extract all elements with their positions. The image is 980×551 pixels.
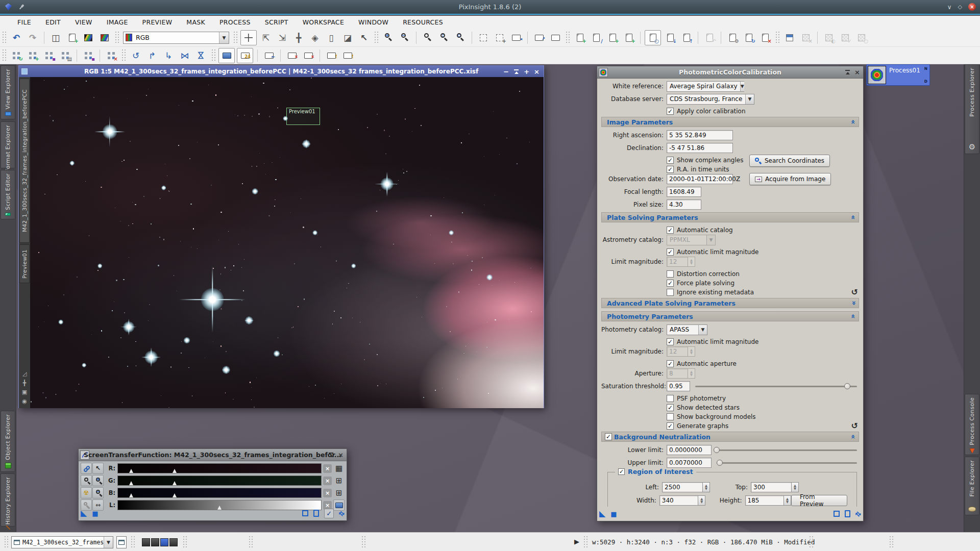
- close-pcc-icon[interactable]: ×: [854, 69, 860, 76]
- rename-view-icon[interactable]: ◫: [48, 31, 63, 44]
- channel-options-icon[interactable]: ▦: [333, 463, 345, 474]
- apply-color-calibration-checkbox[interactable]: ✓: [667, 108, 674, 115]
- reset-channel-icon[interactable]: ×: [323, 464, 332, 473]
- section-header-plate-solving-parameters[interactable]: Plate Solving Parameters«: [601, 212, 859, 222]
- section-header-photometry-parameters[interactable]: Photometry Parameters«: [601, 311, 859, 321]
- stf-gradient-r[interactable]: [117, 463, 322, 473]
- slider-knob[interactable]: [717, 460, 723, 466]
- reset-channel-icon[interactable]: ×: [323, 477, 332, 485]
- cursor-icon[interactable]: ↖: [92, 463, 104, 474]
- reset-channel-icon[interactable]: ×: [323, 489, 332, 497]
- dropdown-arrow-icon[interactable]: ▼: [219, 32, 229, 43]
- preview-rectangle[interactable]: Preview01: [286, 108, 320, 125]
- center-image-icon[interactable]: ◈: [307, 31, 323, 44]
- flip-vertical-icon[interactable]: ⋈: [194, 48, 208, 63]
- select-mode-icon[interactable]: ↖: [356, 31, 372, 44]
- screen-display-button[interactable]: [218, 48, 235, 63]
- new-preview-icon[interactable]: +: [64, 31, 80, 44]
- observation-date-input[interactable]: 2000-01-01T12:00:00Z: [667, 174, 733, 184]
- radiation-icon[interactable]: ☢: [81, 487, 92, 498]
- sidebar-tab-object-explorer[interactable]: Object Explorer: [1, 411, 15, 472]
- workspace-delete-icon[interactable]: ×: [104, 48, 119, 62]
- limit-magnitude-spinner[interactable]: ▲▼: [688, 257, 695, 267]
- preview-mask-icon[interactable]: ○: [854, 31, 869, 44]
- color-image-icon[interactable]: [81, 31, 96, 44]
- roi-width-input[interactable]: 340: [659, 495, 698, 506]
- channel-selector[interactable]: RGB ▼: [123, 32, 229, 44]
- workspace-button-1[interactable]: [142, 538, 150, 546]
- crosshair-overlay-icon[interactable]: ╋: [23, 380, 27, 386]
- from-preview-button[interactable]: From Preview: [791, 495, 847, 506]
- slider-knob[interactable]: [714, 447, 720, 453]
- reset-section-icon[interactable]: ↺: [851, 421, 858, 431]
- radiation-glyph[interactable]: ☢: [82, 488, 91, 497]
- automatic-catalog-checkbox[interactable]: ✓: [667, 227, 674, 234]
- automatic-limit-magnitude-checkbox[interactable]: ✓: [667, 248, 674, 256]
- right-ascension-input[interactable]: 5 35 52.849: [667, 130, 733, 140]
- stf-window[interactable]: ScreenTransferFunction: M42_1_300secs_32…: [78, 448, 347, 521]
- gray-image-icon[interactable]: [97, 31, 112, 44]
- sidebar-tab-script-editor[interactable]: Script Editor: [1, 170, 15, 219]
- database-server-select[interactable]: CDS Strasbourg, France▼: [667, 94, 754, 105]
- display-24bit-button-glyph[interactable]: 24: [238, 48, 252, 62]
- track-view-button[interactable]: [240, 30, 257, 45]
- undo-icon[interactable]: ↶: [9, 31, 24, 44]
- lower-limit-input[interactable]: 0.0000000: [667, 445, 712, 455]
- restore-window-icon[interactable]: ◇: [958, 4, 962, 10]
- close-image-icon[interactable]: ×: [534, 68, 540, 75]
- documentation-icon[interactable]: [313, 510, 319, 517]
- collapse-section-icon[interactable]: «: [849, 119, 857, 124]
- sidebar-tab-history-explorer[interactable]: History Explorer: [1, 473, 15, 527]
- workspace-button-2[interactable]: [151, 538, 159, 546]
- dropdown-arrow-icon[interactable]: ▼: [104, 537, 113, 548]
- stf-handle[interactable]: [173, 493, 177, 497]
- sidebar-tab-process-console[interactable]: Process Console▼: [965, 394, 979, 455]
- roi-left-spinner[interactable]: ▲▼: [702, 482, 710, 492]
- new-image-window-icon[interactable]: ▯: [324, 31, 339, 44]
- sidebar-tab-process-explorer[interactable]: Process Explorer⚙: [965, 64, 979, 154]
- cursor-glyph[interactable]: ↖: [93, 464, 103, 473]
- apply-icon[interactable]: ■: [610, 511, 617, 517]
- remove-mask-icon[interactable]: ×: [798, 31, 814, 44]
- mag-plus-icon[interactable]: +: [92, 475, 104, 486]
- maximize-image-icon[interactable]: +: [524, 68, 529, 75]
- show-complex-angles-checkbox[interactable]: ✓: [667, 157, 674, 164]
- preview-window-icon[interactable]: ◂: [508, 31, 524, 44]
- roi-height-spinner[interactable]: ▲▼: [783, 495, 791, 506]
- window-select-icon[interactable]: ◪: [340, 31, 355, 44]
- stf-indicator-icon[interactable]: ◉: [22, 398, 27, 404]
- workspace-button-4[interactable]: [169, 538, 178, 546]
- slider-knob[interactable]: [844, 383, 850, 389]
- flip-horizontal-icon[interactable]: ⋈: [177, 48, 192, 62]
- image-window[interactable]: RGB 1:5 M42_1_300secs_32_frames_integrat…: [18, 65, 544, 408]
- minimize-window-icon[interactable]: ∨: [947, 4, 952, 11]
- stf-handle[interactable]: [129, 493, 133, 497]
- documentation-icon[interactable]: [845, 510, 850, 517]
- pan-mode-icon[interactable]: ╋: [291, 31, 306, 44]
- selection-corner-icon[interactable]: ◿: [22, 371, 27, 377]
- clone-process-icon[interactable]: +: [605, 31, 620, 44]
- stf-handle[interactable]: [173, 469, 177, 473]
- white-reference-select[interactable]: Average Spiral Galaxy▼: [667, 81, 744, 92]
- import-process-icon[interactable]: ↓: [663, 31, 678, 44]
- force-plate-solving-checkbox[interactable]: ✓: [667, 280, 674, 287]
- close-window-icon[interactable]: ×: [968, 3, 976, 11]
- menu-edit[interactable]: EDIT: [38, 18, 68, 26]
- enable-mask-icon[interactable]: ✓: [838, 31, 853, 44]
- new-instance-icon[interactable]: ◣: [81, 509, 87, 517]
- new-preview-mode-icon[interactable]: [476, 31, 491, 44]
- find-process-button[interactable]: ○: [645, 30, 661, 45]
- section-header-background-neutralization[interactable]: ✓Background Neutralization«: [601, 432, 859, 442]
- collapse-section-icon[interactable]: «: [849, 314, 857, 318]
- aperture-input[interactable]: 8: [667, 368, 688, 379]
- section-header-image-parameters[interactable]: Image Parameters«: [601, 117, 859, 127]
- dropdown-arrow-icon[interactable]: ▼: [698, 325, 707, 335]
- shrink-dialog-icon[interactable]: ⇄: [853, 509, 863, 518]
- show-mask-icon[interactable]: [782, 31, 797, 44]
- dropdown-arrow-icon[interactable]: ▼: [706, 235, 715, 245]
- stf-gradient-g[interactable]: [117, 475, 322, 486]
- menu-image[interactable]: IMAGE: [100, 18, 135, 26]
- invert-mask-icon[interactable]: ◐: [821, 31, 837, 44]
- zoom-fit-view-icon[interactable]: ▫: [453, 31, 468, 44]
- undo-process-icon[interactable]: ↶: [702, 31, 717, 44]
